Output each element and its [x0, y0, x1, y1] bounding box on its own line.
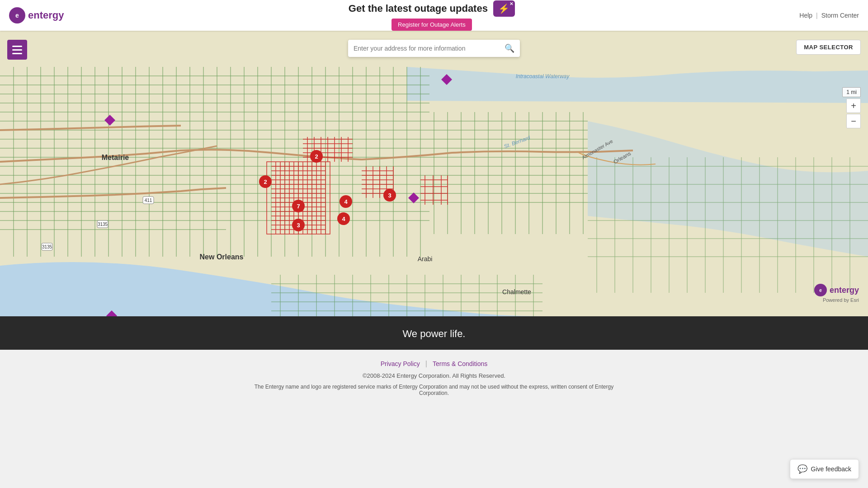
svg-text:2: 2 — [315, 153, 318, 160]
svg-text:3135: 3135 — [98, 222, 108, 227]
entergy-logo: e entergy — [9, 7, 64, 23]
register-outage-alerts-button[interactable]: Register for Outage Alerts — [392, 19, 472, 31]
header-left: e entergy — [9, 7, 64, 23]
map-container[interactable]: 2 2 7 3 4 4 3 Metairie New Orleans Arabi… — [0, 31, 868, 316]
zoom-in-button[interactable]: + — [846, 99, 861, 113]
svg-text:7: 7 — [297, 203, 300, 210]
powered-by-text: Powered by Esri — [823, 297, 859, 303]
map-selector-button[interactable]: MAP SELECTOR — [796, 40, 861, 55]
svg-text:Intracoastal Waterway: Intracoastal Waterway — [516, 73, 570, 80]
svg-text:3: 3 — [297, 222, 300, 229]
svg-text:New Orleans: New Orleans — [200, 253, 244, 261]
zoom-controls: + − — [846, 99, 861, 128]
menu-bar-1 — [12, 46, 22, 47]
scale-bar: 1 mi — [842, 87, 861, 97]
header-title: Get the latest outage updates ⚡ ✕ — [349, 0, 515, 17]
svg-text:3135: 3135 — [42, 244, 52, 249]
footer-tagline: We power life. — [0, 316, 868, 350]
menu-bar-3 — [12, 53, 22, 54]
logo-icon: e — [9, 7, 25, 23]
footer-copyright: ©2008-2024 Entergy Corporation. All Righ… — [363, 372, 505, 379]
zoom-out-button[interactable]: − — [846, 114, 861, 128]
outage-badge: ⚡ ✕ — [493, 0, 515, 17]
menu-bar-2 — [12, 49, 22, 51]
footer-disclaimer: The Entergy name and logo are registered… — [253, 384, 615, 396]
svg-text:2: 2 — [264, 178, 267, 185]
menu-button[interactable] — [7, 40, 27, 60]
svg-text:411: 411 — [145, 198, 152, 203]
footer-links: Privacy Policy | Terms & Conditions — [381, 360, 488, 368]
map-search-box[interactable]: 🔍 — [348, 40, 520, 57]
watermark-logo-icon: e — [814, 284, 827, 296]
svg-text:Arabi: Arabi — [418, 255, 433, 263]
map-watermark: e entergy Powered by Esri — [814, 284, 859, 303]
watermark-logo: e entergy — [814, 284, 859, 296]
storm-center-link[interactable]: Storm Center — [821, 12, 859, 19]
footer: We power life. Privacy Policy | Terms & … — [0, 316, 868, 488]
svg-text:4: 4 — [342, 216, 345, 222]
header: e entergy Get the latest outage updates … — [0, 0, 868, 31]
svg-text:Chalmette: Chalmette — [502, 288, 531, 296]
footer-links-area: Privacy Policy | Terms & Conditions ©200… — [0, 350, 868, 488]
logo-text: entergy — [28, 9, 64, 21]
svg-text:4: 4 — [344, 198, 348, 205]
help-link[interactable]: Help — [799, 12, 812, 19]
map-svg: 2 2 7 3 4 4 3 Metairie New Orleans Arabi… — [0, 31, 868, 316]
svg-text:3: 3 — [388, 192, 391, 199]
svg-text:Metairie: Metairie — [102, 154, 129, 161]
give-feedback-button[interactable]: 💬 Give feedback — [790, 459, 859, 479]
feedback-icon: 💬 — [797, 464, 807, 474]
terms-conditions-link[interactable]: Terms & Conditions — [433, 360, 487, 367]
watermark-logo-text: entergy — [830, 286, 859, 295]
privacy-policy-link[interactable]: Privacy Policy — [381, 360, 420, 367]
header-right: Help | Storm Center — [799, 12, 859, 19]
search-icon[interactable]: 🔍 — [505, 43, 514, 53]
address-search-input[interactable] — [354, 45, 505, 52]
header-center: Get the latest outage updates ⚡ ✕ Regist… — [349, 0, 515, 31]
feedback-label: Give feedback — [811, 465, 852, 473]
